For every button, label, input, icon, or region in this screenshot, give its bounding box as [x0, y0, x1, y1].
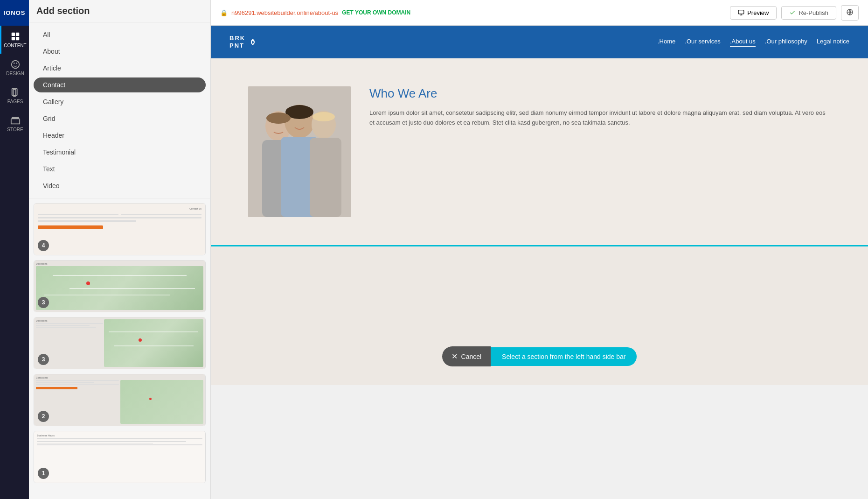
- nav-home[interactable]: .Home: [658, 38, 675, 47]
- thumbnail-business-hours-1[interactable]: Business Hours 1: [34, 431, 206, 483]
- sidebar-item-testimonial[interactable]: Testimonial: [34, 145, 206, 160]
- sidebar-item-contact[interactable]: Contact: [34, 77, 206, 92]
- sidebar-title: Add section: [29, 0, 210, 22]
- palette-icon: [10, 59, 21, 70]
- logo-line1: BRK: [229, 35, 245, 42]
- thumbnail-contact-map-2[interactable]: Contact us 2: [34, 374, 206, 426]
- logo-icon: [249, 38, 257, 46]
- cancel-x-icon: ✕: [451, 352, 458, 361]
- topbar-actions: Preview Re-Publish: [730, 5, 859, 21]
- preview-button[interactable]: Preview: [730, 6, 777, 20]
- nav-legal[interactable]: Legal notice: [817, 38, 849, 47]
- main-area: 🔒 n996291.websitebuilder.online/about-us…: [211, 0, 868, 499]
- site-nav: .Home .Our services .About us .Our philo…: [658, 38, 849, 47]
- sidebar-item-video[interactable]: Video: [34, 178, 206, 193]
- toolbar-item-store[interactable]: STORE: [0, 110, 29, 138]
- lock-icon: 🔒: [220, 9, 228, 16]
- sidebar-nav: All About Article Contact Gallery Grid H…: [29, 22, 210, 198]
- monitor-icon: [738, 9, 744, 16]
- store-icon: [10, 115, 21, 126]
- main-toolbar: IONOS CONTENT DESIGN PAGES STORE: [0, 0, 29, 499]
- globe-button[interactable]: [841, 5, 859, 21]
- svg-rect-1: [15, 33, 19, 36]
- thumbnail-map-3a[interactable]: Directions 3: [34, 260, 206, 312]
- globe-icon: [846, 8, 854, 16]
- empty-section[interactable]: ✕ Cancel Select a section from the left …: [211, 245, 868, 385]
- team-photo: [248, 86, 351, 217]
- ionos-logo: IONOS: [0, 0, 29, 26]
- site-header: BRK PNT .Home .Our services .About us .O…: [211, 26, 868, 58]
- sidebar-item-header[interactable]: Header: [34, 128, 206, 143]
- pages-icon: [10, 87, 21, 98]
- logo-line2: PNT: [229, 42, 245, 49]
- website-preview: BRK PNT .Home .Our services .About us .O…: [211, 26, 868, 499]
- site-content: Who We Are Lorem ipsum dolor sit amet, c…: [211, 58, 868, 245]
- sidebar-item-gallery[interactable]: Gallery: [34, 94, 206, 109]
- svg-rect-3: [15, 37, 19, 40]
- svg-rect-0: [11, 33, 14, 36]
- thumbnail-contact-4[interactable]: Contact us 4: [34, 203, 206, 255]
- toolbar-item-pages[interactable]: PAGES: [0, 82, 29, 110]
- thumbnail-badge-2: 2: [38, 411, 49, 422]
- sidebar-thumbnails: Contact us 4 Directions: [29, 198, 210, 499]
- sidebar-item-all[interactable]: All: [34, 27, 206, 42]
- pages-label: PAGES: [7, 99, 23, 104]
- cancel-button[interactable]: ✕ Cancel: [442, 346, 491, 366]
- topbar-url: 🔒 n996291.websitebuilder.online/about-us…: [220, 9, 410, 16]
- svg-rect-17: [310, 138, 341, 217]
- action-bar: ✕ Cancel Select a section from the left …: [442, 346, 637, 366]
- thumbnail-img-3a: Directions 3: [34, 260, 205, 312]
- sidebar: Add section All About Article Contact Ga…: [29, 0, 211, 499]
- svg-point-19: [266, 112, 291, 124]
- thumbnail-img-3b: Directions 3: [34, 317, 205, 369]
- site-logo: BRK PNT: [229, 35, 257, 49]
- site-text-area: Who We Are Lorem ipsum dolor sit amet, c…: [369, 86, 831, 128]
- nav-philosophy[interactable]: .Our philosophy: [765, 38, 807, 47]
- republish-button[interactable]: Re-Publish: [781, 6, 836, 20]
- section-title: Who We Are: [369, 86, 831, 101]
- store-label: STORE: [7, 127, 23, 132]
- sidebar-item-about[interactable]: About: [34, 44, 206, 59]
- sidebar-item-text[interactable]: Text: [34, 162, 206, 176]
- thumbnail-img-2: Contact us 2: [34, 374, 205, 426]
- svg-point-4: [11, 61, 19, 69]
- team-image: [248, 86, 351, 217]
- thumbnail-img-1: Business Hours 1: [34, 431, 205, 483]
- sidebar-item-article[interactable]: Article: [34, 61, 206, 76]
- section-body: Lorem ipsum dolor sit amet, consetetur s…: [369, 108, 831, 128]
- thumbnail-badge-4: 4: [38, 240, 49, 251]
- svg-point-6: [16, 63, 17, 64]
- site-url: n996291.websitebuilder.online/about-us: [231, 9, 338, 16]
- content-label: CONTENT: [4, 43, 26, 48]
- toolbar-item-content[interactable]: CONTENT: [0, 26, 29, 54]
- sidebar-item-grid[interactable]: Grid: [34, 111, 206, 126]
- topbar: 🔒 n996291.websitebuilder.online/about-us…: [211, 0, 868, 26]
- thumbnail-img-4: Contact us 4: [34, 204, 205, 255]
- svg-point-5: [13, 63, 14, 64]
- thumbnail-badge-1: 1: [38, 468, 49, 479]
- svg-rect-2: [11, 37, 14, 40]
- thumbnail-map-3b[interactable]: Directions 3: [34, 317, 206, 369]
- nav-services[interactable]: .Our services: [685, 38, 721, 47]
- svg-rect-9: [738, 10, 744, 14]
- checkmark-icon: [789, 9, 796, 16]
- select-section-button[interactable]: Select a section from the left hand side…: [491, 347, 637, 366]
- toolbar-item-design[interactable]: DESIGN: [0, 54, 29, 82]
- domain-cta[interactable]: GET YOUR OWN DOMAIN: [342, 9, 410, 16]
- grid-icon: [10, 31, 21, 42]
- svg-point-20: [312, 112, 335, 121]
- design-label: DESIGN: [6, 71, 24, 76]
- nav-about[interactable]: .About us: [730, 38, 756, 47]
- thumbnail-badge-3a: 3: [38, 297, 49, 308]
- thumbnail-badge-3b: 3: [38, 354, 49, 365]
